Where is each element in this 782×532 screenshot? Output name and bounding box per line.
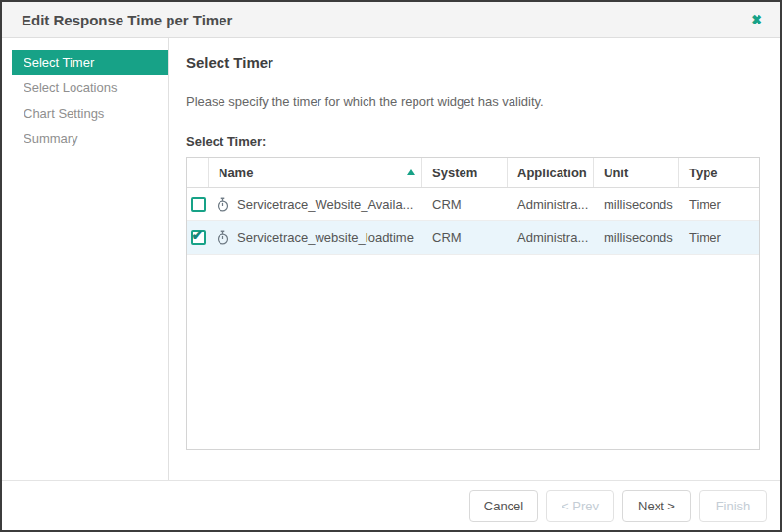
header-type[interactable]: Type bbox=[679, 158, 759, 187]
table-header-row: Name System Application Unit Type bbox=[187, 158, 759, 188]
sidebar-item-label: Select Locations bbox=[24, 80, 117, 95]
timer-type: Timer bbox=[679, 197, 759, 212]
timer-system: CRM bbox=[422, 197, 508, 212]
page-title: Select Timer bbox=[186, 54, 760, 71]
timer-application: Administra... bbox=[508, 230, 594, 245]
prev-button[interactable]: < Prev bbox=[546, 490, 614, 522]
header-type-label: Type bbox=[689, 166, 717, 180]
timer-system: CRM bbox=[422, 230, 508, 245]
footer-bar: Cancel < Prev Next > Finish bbox=[2, 480, 780, 530]
step-description: Please specify the timer for which the r… bbox=[186, 94, 760, 109]
header-name-label: Name bbox=[219, 166, 253, 180]
header-application[interactable]: Application bbox=[508, 158, 594, 187]
timer-unit: milliseconds bbox=[594, 197, 679, 212]
table-row[interactable]: Servicetrace_website_loadtime CRM Admini… bbox=[187, 221, 759, 255]
dialog-body: Select Timer Select Locations Chart Sett… bbox=[2, 38, 780, 480]
finish-button[interactable]: Finish bbox=[699, 490, 767, 522]
header-system[interactable]: System bbox=[422, 158, 508, 187]
sort-asc-icon bbox=[407, 169, 415, 175]
table-label: Select Timer: bbox=[186, 134, 760, 149]
stopwatch-icon bbox=[216, 197, 230, 212]
stopwatch-icon bbox=[216, 230, 230, 245]
row-checkbox-checked[interactable] bbox=[191, 230, 206, 245]
table-row[interactable]: Servicetrace_Website_Availa... CRM Admin… bbox=[187, 188, 759, 221]
row-checkbox-unchecked[interactable] bbox=[191, 197, 206, 212]
timer-name: Servicetrace_website_loadtime bbox=[237, 230, 414, 245]
header-unit-label: Unit bbox=[604, 166, 628, 180]
next-button[interactable]: Next > bbox=[622, 490, 691, 522]
main-panel: Select Timer Please specify the timer fo… bbox=[169, 38, 780, 480]
header-name[interactable]: Name bbox=[209, 158, 422, 187]
timer-application: Administra... bbox=[508, 197, 594, 212]
header-application-label: Application bbox=[517, 166, 587, 180]
sidebar-item-select-locations[interactable]: Select Locations bbox=[2, 75, 168, 101]
timer-type: Timer bbox=[679, 230, 759, 245]
timer-table: Name System Application Unit Type bbox=[186, 157, 760, 450]
title-bar: Edit Response Time per Timer ✖ bbox=[2, 2, 780, 38]
timer-name: Servicetrace_Website_Availa... bbox=[237, 197, 413, 212]
header-system-label: System bbox=[432, 166, 477, 180]
cancel-button[interactable]: Cancel bbox=[469, 490, 538, 522]
sidebar-item-chart-settings[interactable]: Chart Settings bbox=[2, 101, 168, 126]
timer-unit: milliseconds bbox=[594, 230, 679, 245]
dialog-title: Edit Response Time per Timer bbox=[22, 12, 232, 28]
header-unit[interactable]: Unit bbox=[594, 158, 679, 187]
sidebar-item-label: Summary bbox=[24, 131, 78, 146]
sidebar-item-label: Select Timer bbox=[24, 55, 94, 70]
wizard-steps-sidebar: Select Timer Select Locations Chart Sett… bbox=[2, 38, 169, 480]
header-checkbox-column bbox=[187, 158, 209, 187]
wizard-dialog: Edit Response Time per Timer ✖ Select Ti… bbox=[0, 0, 782, 532]
sidebar-item-label: Chart Settings bbox=[24, 106, 104, 121]
close-icon[interactable]: ✖ bbox=[751, 13, 762, 26]
sidebar-item-select-timer[interactable]: Select Timer bbox=[12, 50, 168, 75]
sidebar-item-summary[interactable]: Summary bbox=[2, 126, 168, 152]
